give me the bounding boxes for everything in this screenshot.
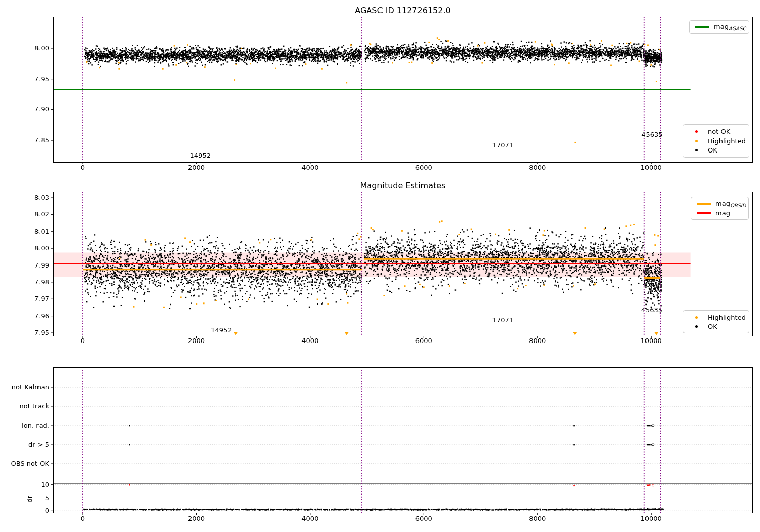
plot3-x-tick-label: 8000 — [517, 515, 558, 523]
plot2-y-tick-label: 8.00 — [0, 244, 49, 252]
mag-agasc-line-swatch — [694, 26, 711, 28]
plot2-title: Magnitude Estimates — [53, 181, 752, 191]
plot1-y-tick-label: 7.90 — [0, 105, 49, 113]
legend-row-not-ok: not OK — [688, 127, 745, 136]
mag-label: mag — [712, 209, 730, 217]
plot2-x-tick-label: 6000 — [403, 337, 444, 345]
plot2-y-tick-label: 7.97 — [0, 295, 49, 303]
legend-row-ok: OK — [688, 145, 745, 155]
plot1-x-tick-label: 10000 — [631, 164, 671, 172]
plot3-x-tick-label: 6000 — [403, 515, 444, 523]
legend-row-mag-agasc: magAGASC — [694, 23, 745, 31]
plot1-x-tick-label: 2000 — [176, 164, 216, 172]
highlighted-dot-swatch — [688, 140, 705, 142]
plot3-x-tick-label: 10000 — [631, 515, 671, 523]
legend-mag-agasc: magAGASC — [689, 20, 749, 34]
obsid-annotation: 45635 — [632, 131, 672, 139]
mag-agasc-label: magAGASC — [711, 23, 746, 31]
legend-row-mag: mag — [695, 208, 744, 217]
ok-label: OK — [705, 146, 717, 154]
plot3-x-tick-label: 4000 — [290, 515, 330, 523]
plot3-x-tick-label: 0 — [62, 515, 103, 523]
plot1-y-tick-label: 8.00 — [0, 44, 49, 52]
legend-mag-obsid: magOBSID mag — [691, 197, 749, 220]
plot3-row-label: not track — [0, 402, 49, 410]
highlighted-label-2: Highlighted — [705, 314, 746, 321]
legend-status-plot1: not OK Highlighted OK — [683, 124, 749, 158]
plot2-y-tick-label: 7.98 — [0, 278, 49, 286]
ok-dot-swatch-2 — [688, 325, 705, 328]
legend-row-ok-2: OK — [688, 322, 745, 331]
plot2-x-tick-label: 0 — [62, 337, 103, 345]
mag-obsid-label: magOBSID — [712, 200, 746, 208]
plot2-x-tick-label: 10000 — [631, 337, 671, 345]
plot3-row-label: Ion. rad. — [0, 422, 49, 430]
legend-row-highlighted-2: Highlighted — [688, 313, 745, 322]
not-ok-dot-swatch — [688, 130, 705, 133]
plot2-y-tick-label: 8.02 — [0, 210, 49, 218]
plot1-y-tick-label: 7.95 — [0, 75, 49, 83]
highlighted-dot-swatch-2 — [688, 316, 705, 319]
plot1-title: AGASC ID 112726152.0 — [53, 6, 752, 15]
plot1-y-tick-label: 7.85 — [0, 136, 49, 144]
not-ok-label: not OK — [705, 128, 730, 135]
plot3-dr-tick-label: 0 — [0, 507, 49, 515]
obsid-annotation: 45635 — [631, 306, 672, 314]
plot1-x-tick-label: 4000 — [290, 164, 330, 172]
mag-obsid-line-swatch — [695, 203, 712, 205]
mag-line-swatch — [695, 212, 712, 214]
obsid-annotation: 14952 — [201, 326, 242, 334]
ok-dot-swatch — [688, 149, 705, 151]
ok-label-2: OK — [705, 323, 717, 330]
plot2-y-tick-label: 8.01 — [0, 227, 49, 236]
plot2-x-tick-label: 4000 — [290, 337, 330, 345]
obsid-annotation: 14952 — [180, 151, 220, 160]
plot2-y-tick-label: 7.95 — [0, 329, 49, 337]
plot2-y-tick-label: 8.03 — [0, 194, 49, 202]
plot3-dr-tick-label: 5 — [0, 494, 49, 502]
legend-status-plot2: Highlighted OK — [683, 310, 749, 333]
plot3-x-tick-label: 2000 — [176, 515, 216, 523]
plot1-x-tick-label: 0 — [62, 164, 103, 172]
plot3-row-label: OBS not OK — [0, 460, 49, 468]
plot1-x-tick-label: 6000 — [403, 164, 444, 172]
plot3-row-label: dr > 5 — [0, 441, 49, 449]
obsid-annotation: 17071 — [482, 141, 523, 149]
highlighted-label: Highlighted — [705, 137, 746, 145]
legend-row-highlighted: Highlighted — [688, 136, 745, 146]
plot2-y-tick-label: 7.96 — [0, 312, 49, 320]
obsid-annotation: 17071 — [482, 316, 523, 324]
legend-row-mag-obsid: magOBSID — [695, 199, 744, 208]
plot2-x-tick-label: 2000 — [176, 337, 216, 345]
plot1-x-tick-label: 8000 — [517, 164, 558, 172]
figure: AGASC ID 112726152.0 Magnitude Estimates… — [0, 0, 760, 532]
plot2-x-tick-label: 8000 — [517, 337, 558, 345]
chart-canvas — [0, 0, 760, 532]
plot3-dr-tick-label: 10 — [0, 481, 49, 489]
plot3-row-label: not Kalman — [0, 383, 49, 391]
plot2-y-tick-label: 7.99 — [0, 261, 49, 270]
